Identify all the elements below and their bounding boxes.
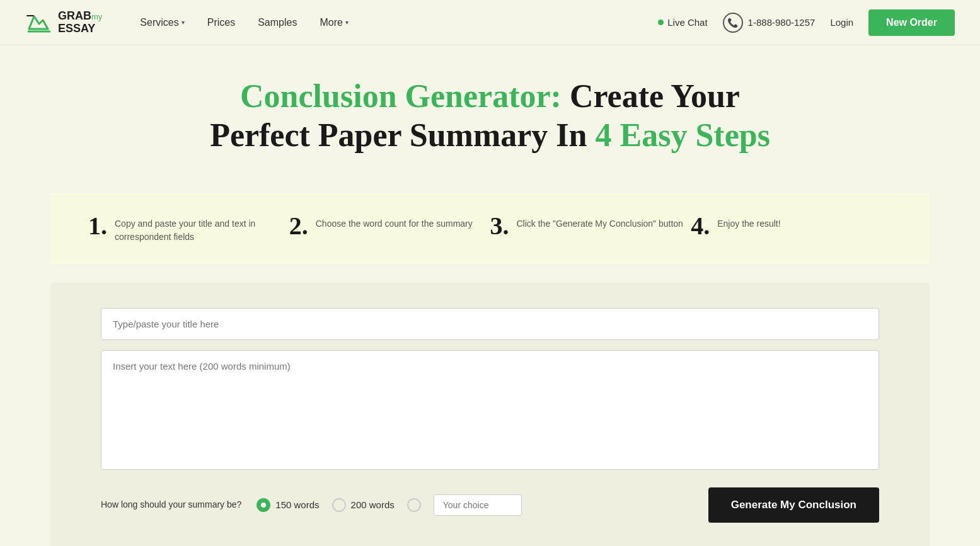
step-4: 4. Enjoy the result! [691,213,892,239]
logo-my: my [91,12,102,21]
text-textarea[interactable] [101,350,879,470]
step-3-text: Click the "Generate My Conclusion" butto… [517,213,683,230]
logo-grab: GRAB [58,9,91,22]
radio-200-circle[interactable] [332,498,346,512]
step-2-number: 2. [289,213,308,239]
live-chat-button[interactable]: Live Chat [658,17,707,28]
radio-150-circle[interactable] [257,498,270,512]
logo-icon [25,9,53,37]
hero-title: Conclusion Generator: Create YourPerfect… [207,77,774,156]
step-3: 3. Click the "Generate My Conclusion" bu… [490,213,691,239]
radio-group: 150 words 200 words [257,494,683,516]
nav-right: Live Chat 📞 1-888-980-1257 Login New Ord… [658,9,955,36]
radio-custom-circle[interactable] [407,498,421,512]
hero-section: Conclusion Generator: Create YourPerfect… [0,45,980,174]
your-choice-input[interactable] [434,494,522,516]
step-1: 1. Copy and paste your title and text in… [88,213,289,244]
form-area: How long should your summary be? 150 wor… [50,283,930,546]
login-button[interactable]: Login [830,17,853,28]
step-3-number: 3. [490,213,509,239]
logo-essay: ESSAY [58,23,102,35]
radio-custom[interactable] [407,498,421,512]
nav-links: Services ▾ Prices Samples More ▾ [140,17,658,28]
logo[interactable]: GRABmy ESSAY [25,9,102,37]
phone-icon: 📞 [723,13,743,33]
radio-200-words[interactable]: 200 words [332,498,395,512]
step-2-text: Choose the word count for the summary [316,213,473,230]
nav-samples[interactable]: Samples [258,17,297,28]
radio-150-words[interactable]: 150 words [257,498,319,512]
svg-rect-1 [26,15,34,16]
new-order-button[interactable]: New Order [868,9,955,36]
chevron-down-icon: ▾ [182,19,185,26]
generate-conclusion-button[interactable]: Generate My Conclusion [708,487,879,523]
chevron-down-icon: ▾ [345,19,349,26]
navbar: GRABmy ESSAY Services ▾ Prices Samples M… [0,0,980,45]
step-1-number: 1. [88,213,107,239]
step-4-text: Enjoy the result! [717,213,780,230]
step-4-number: 4. [691,213,710,239]
nav-more[interactable]: More ▾ [320,17,348,28]
word-count-label: How long should your summary be? [101,498,241,511]
title-input[interactable] [101,308,879,340]
step-2: 2. Choose the word count for the summary [289,213,490,239]
steps-bar: 1. Copy and paste your title and text in… [50,193,930,264]
bottom-row: How long should your summary be? 150 wor… [101,487,879,523]
online-indicator [658,20,664,25]
phone-button[interactable]: 📞 1-888-980-1257 [723,13,816,33]
nav-services[interactable]: Services ▾ [140,17,184,28]
step-1-text: Copy and paste your title and text in co… [115,213,289,244]
nav-prices[interactable]: Prices [207,17,235,28]
